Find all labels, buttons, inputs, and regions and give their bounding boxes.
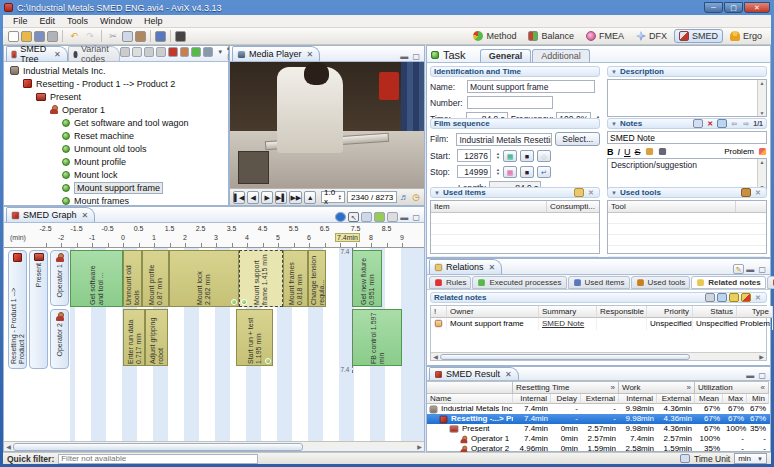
result-row[interactable]: Industrial Metals Inc.7.4min--9.98min4.3… — [427, 404, 770, 414]
last-frame-button[interactable]: ▶▶ — [289, 191, 302, 204]
tree-item[interactable]: Get software and tool wagon — [4, 116, 228, 129]
play-from-start-icon[interactable]: ◇ — [537, 150, 551, 162]
perspective-fmea[interactable]: FMEA — [581, 29, 629, 43]
image-icon[interactable] — [658, 148, 665, 155]
report-icon[interactable] — [680, 454, 690, 463]
edit-yellow-icon[interactable] — [729, 293, 739, 302]
relations-hscrollbar[interactable]: ◀▶ — [431, 352, 766, 360]
tab-smed-result[interactable]: SMED Result✕ — [429, 367, 519, 380]
remove-tool-icon[interactable]: ✕ — [753, 188, 763, 197]
number-field[interactable] — [467, 96, 553, 109]
playback-speed[interactable]: 1.0 x▲▼ — [321, 191, 345, 203]
tree-item[interactable]: Reset machine — [4, 129, 228, 142]
close-tab-icon[interactable]: ✕ — [307, 50, 314, 59]
note-title-field[interactable]: SMED Note — [607, 131, 767, 144]
note-status-cell[interactable]: Unspecified — [693, 318, 737, 330]
camera-icon[interactable] — [175, 31, 186, 42]
package-icon[interactable] — [156, 47, 166, 57]
note-priority-cell[interactable]: Unspecified — [647, 318, 693, 330]
select-cursor-icon[interactable]: ↖ — [348, 212, 359, 222]
menu-tools[interactable]: Tools — [61, 16, 94, 26]
problem-icon[interactable] — [759, 148, 766, 155]
undo-icon[interactable]: ↶ — [67, 30, 81, 43]
tree-item[interactable]: Resetting - Product 1 --> Product 2 — [4, 77, 228, 90]
collapse-icon[interactable]: » — [611, 383, 615, 392]
minimize-view-icon[interactable]: ▬ ▢ — [746, 265, 767, 274]
save-icon[interactable] — [34, 31, 45, 42]
resetting-icon[interactable] — [168, 47, 178, 57]
film-field[interactable]: Industrial Metals Resetting.mpg — [456, 133, 552, 146]
graph-hscrollbar[interactable]: ◀ ▶ — [4, 441, 424, 451]
used-items-table[interactable]: ItemConsumpti... — [430, 200, 600, 254]
clock-icon[interactable]: ◷ — [411, 191, 421, 203]
tree-item[interactable]: Industrial Metals Inc. — [4, 64, 228, 77]
graph-lane-process[interactable]: Resetting - Product 1 --> Product 2 — [8, 250, 27, 369]
tab-general[interactable]: General — [480, 49, 532, 62]
strike-button[interactable]: S — [635, 147, 641, 157]
previous-frame-button[interactable]: ◀ — [247, 191, 259, 204]
open-icon[interactable] — [21, 31, 32, 42]
copy-icon[interactable] — [122, 31, 133, 42]
close-tab-icon[interactable]: ✕ — [489, 263, 496, 272]
name-field[interactable]: Mount support frame — [467, 80, 595, 93]
used-tools-header[interactable]: ▼Used tools ✕ — [607, 187, 767, 198]
subtab-notes[interactable]: Related notes — [691, 276, 765, 289]
subtab-rules[interactable]: Rules — [429, 276, 471, 289]
perspective-balance[interactable]: Balance — [523, 29, 579, 43]
group-utilization[interactable]: Utilization« — [695, 381, 769, 394]
collapse-icon[interactable]: » — [687, 383, 691, 392]
graph-canvas[interactable]: Resetting - Product 1 --> Product 2Prese… — [4, 248, 424, 442]
first-frame-button[interactable]: ▌◀ — [233, 191, 245, 204]
start-spinner[interactable]: ▲▼ — [496, 152, 500, 159]
team-icon[interactable] — [144, 47, 154, 57]
graph-block[interactable]: Mount frames 0.818 min — [283, 250, 308, 307]
note-responsible-cell[interactable] — [597, 318, 647, 330]
graph-block[interactable]: Adjust gripping robot — [145, 309, 168, 366]
redo-icon[interactable]: ↷ — [83, 30, 97, 43]
expand-icon[interactable]: « — [761, 383, 765, 392]
prev-note-icon[interactable]: ⇦ — [729, 119, 739, 128]
next-note-icon[interactable]: ⇨ — [741, 119, 751, 128]
tree-item[interactable]: Mount profile — [4, 155, 228, 168]
note-indicator-icon[interactable] — [265, 358, 271, 364]
graph-lane-operator1[interactable]: Operator 1 — [50, 250, 69, 306]
print-icon[interactable] — [47, 31, 58, 42]
scroll-right-icon[interactable]: ▶ — [415, 443, 424, 450]
add-tool-icon[interactable] — [741, 188, 751, 197]
tree-item[interactable]: Unmount old tools — [4, 142, 228, 155]
remove-item-icon[interactable]: ✕ — [586, 188, 596, 197]
used-items-header[interactable]: ▼Used items ✕ — [430, 187, 600, 198]
graph-block[interactable]: Get new fixture 0.951 min — [352, 250, 381, 307]
close-button[interactable]: ✕ — [744, 2, 770, 13]
quick-filter-input[interactable] — [58, 454, 258, 464]
menu-window[interactable]: Window — [94, 16, 138, 26]
graph-scroll-thumb[interactable] — [13, 443, 303, 451]
dropdown-icon[interactable]: ▾ — [215, 47, 225, 57]
next-frame-button[interactable]: ▶▌ — [275, 191, 287, 204]
print-icon[interactable] — [705, 293, 715, 302]
tab-smed-graph[interactable]: SMED Graph✕ — [6, 207, 95, 222]
result-row[interactable]: Present7.4min0min2.57min9.98min4.36min67… — [427, 424, 770, 434]
description-field[interactable]: ▲▼ — [607, 79, 767, 117]
result-row[interactable]: Resetting -...> Product 27.4min--9.98min… — [427, 414, 770, 424]
delete-note-icon[interactable]: ✕ — [705, 119, 715, 128]
graph-block[interactable]: FB control 1.597 min — [352, 309, 402, 366]
goto-stop-icon[interactable]: ■ — [520, 166, 534, 178]
new-file-icon[interactable] — [8, 31, 19, 42]
subtab-items[interactable]: Used items — [568, 276, 630, 289]
graph-block[interactable]: Unmount old tools — [123, 250, 142, 307]
goto-start-icon[interactable]: ■ — [520, 150, 534, 162]
cut-icon[interactable]: ✂ — [106, 30, 120, 43]
close-tab-icon[interactable]: ✕ — [82, 211, 89, 220]
graph-block[interactable]: Mount lock 2.262 min — [169, 250, 239, 307]
graph-block[interactable]: Mount support frame 1.415 min — [239, 250, 283, 307]
graph-block[interactable]: Get software and tool ... — [70, 250, 123, 307]
description-header[interactable]: ▼Description — [607, 66, 767, 77]
notes-header[interactable]: ▼Notes ✕ ⇦ ⇨ 1/1 — [607, 118, 767, 129]
subtab-tools[interactable]: Used tools — [631, 276, 691, 289]
minimize-view-icon[interactable]: ▬ ▢ — [400, 52, 421, 61]
subtab-processes[interactable]: Executed processes — [472, 276, 566, 289]
perspective-method[interactable]: Method — [468, 29, 521, 43]
stop-spinner[interactable]: ▲▼ — [496, 168, 500, 175]
tab-variant-codes[interactable]: Variant codes — [68, 46, 120, 61]
